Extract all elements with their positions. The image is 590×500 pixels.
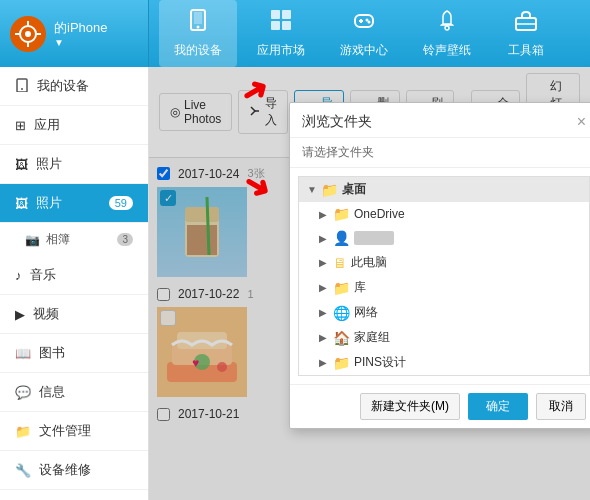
tree-arrow-this-pc: ▶: [319, 257, 329, 268]
sidebar-video-label: 视频: [33, 305, 59, 323]
sidebar-music-label: 音乐: [30, 266, 56, 284]
albums-badge: 3: [117, 233, 133, 246]
sidebar-item-device-repair[interactable]: 🔧 设备维修: [0, 451, 148, 490]
tree-item-homegroup[interactable]: ▶ 🏠 家庭组: [299, 325, 589, 350]
device-icon: [15, 78, 29, 95]
tab-app-store[interactable]: 应用市场: [242, 0, 320, 67]
tree-item-onedrive[interactable]: ▶ 📁 OneDrive: [299, 202, 589, 226]
app-store-icon: [269, 8, 293, 38]
sidebar-device-repair-label: 设备维修: [39, 461, 91, 479]
logo-area[interactable]: 的iPhone ▼: [0, 0, 149, 67]
tab-toolbox[interactable]: 工具箱: [491, 0, 561, 67]
tree-label-blurred1: [354, 231, 394, 245]
sidebar-item-albums[interactable]: 📷 相簿 3: [0, 223, 148, 256]
books-icon: 📖: [15, 346, 31, 361]
nav-tabs: 我的设备 应用市场: [149, 0, 590, 67]
toolbox-icon: [514, 8, 538, 38]
device-repair-icon: 🔧: [15, 463, 31, 478]
albums-icon: 📷: [25, 233, 40, 247]
cancel-button[interactable]: 取消: [536, 393, 586, 420]
tree-item-blurred1[interactable]: ▶ 👤: [299, 226, 589, 250]
dialog-tree[interactable]: ▼ 📁 桌面 ▶ 📁 OneDrive ▶ 👤 ▶: [298, 176, 590, 376]
tree-item-desktop[interactable]: ▼ 📁 桌面: [299, 177, 589, 202]
tab-my-device[interactable]: 我的设备: [159, 0, 237, 67]
sidebar-books-label: 图书: [39, 344, 65, 362]
sidebar-item-apps[interactable]: ⊞ 应用: [0, 106, 148, 145]
tree-folder-icon-this-pc: 🖥: [333, 255, 347, 271]
tree-item-pins[interactable]: ▶ 📁 PINS设计: [299, 350, 589, 375]
sidebar-item-messages[interactable]: 💬 信息: [0, 373, 148, 412]
file-manager-icon: 📁: [15, 424, 31, 439]
my-device-icon: [186, 8, 210, 38]
dialog-subtitle: 请选择文件夹: [290, 138, 590, 168]
tree-arrow-homegroup: ▶: [319, 332, 329, 343]
tab-toolbox-label: 工具箱: [508, 42, 544, 59]
sidebar-item-video[interactable]: ▶ 视频: [0, 295, 148, 334]
new-folder-button[interactable]: 新建文件夹(M): [360, 393, 460, 420]
music-icon: ♪: [15, 268, 22, 283]
svg-rect-13: [282, 21, 291, 30]
top-bar: 的iPhone ▼ 我的设备: [0, 0, 590, 67]
tree-folder-icon-library: 📁: [333, 280, 350, 296]
confirm-button[interactable]: 确定: [468, 393, 528, 420]
tree-folder-icon-homegroup: 🏠: [333, 330, 350, 346]
tree-label-this-pc: 此电脑: [351, 254, 387, 271]
tree-folder-icon-blurred1: 👤: [333, 230, 350, 246]
svg-point-9: [197, 26, 200, 29]
tab-ringtones[interactable]: 铃声壁纸: [408, 0, 486, 67]
tree-label-network: 网络: [354, 304, 378, 321]
video-icon: ▶: [15, 307, 25, 322]
sidebar-photos-label: 照片: [36, 194, 62, 212]
messages-icon: 💬: [15, 385, 31, 400]
tree-label-onedrive: OneDrive: [354, 207, 405, 221]
dialog-title-text: 浏览文件夹: [302, 113, 372, 131]
tree-arrow-desktop: ▼: [307, 184, 317, 195]
tree-label-pins: PINS设计: [354, 354, 406, 371]
ringtones-icon: [435, 8, 459, 38]
sidebar-apps-label: 应用: [34, 116, 60, 134]
sidebar-file-manager-label: 文件管理: [39, 422, 91, 440]
tree-item-library[interactable]: ▶ 📁 库: [299, 275, 589, 300]
sidebar-item-my-device[interactable]: 我的设备: [0, 67, 148, 106]
sidebar-item-books[interactable]: 📖 图书: [0, 334, 148, 373]
tree-item-network[interactable]: ▶ 🌐 网络: [299, 300, 589, 325]
tree-arrow-network: ▶: [319, 307, 329, 318]
tree-folder-icon-desktop: 📁: [321, 182, 338, 198]
browse-folder-dialog: 浏览文件夹 × 请选择文件夹 ▼ 📁 桌面 ▶ 📁 OneDrive ▶: [289, 102, 590, 429]
tree-arrow-blurred1: ▶: [319, 233, 329, 244]
sidebar-my-device-label: 我的设备: [37, 77, 89, 95]
tree-item-tools[interactable]: 📁 tools: [299, 375, 589, 376]
sidebar-item-photos[interactable]: 🖼 照片 59: [0, 184, 148, 223]
main-layout: 我的设备 ⊞ 应用 🖼 照片 🖼 照片 59 📷 相簿 3 ♪ 音乐 ▶ 视频: [0, 67, 590, 500]
tab-my-device-label: 我的设备: [174, 42, 222, 59]
sidebar-albums-label: 相簿: [46, 231, 70, 248]
device-label: 的iPhone: [54, 19, 107, 37]
tree-label-homegroup: 家庭组: [354, 329, 390, 346]
footer-buttons: 新建文件夹(M) 确定 取消: [360, 393, 586, 420]
sidebar-item-file-manager[interactable]: 📁 文件管理: [0, 412, 148, 451]
dialog-close-button[interactable]: ×: [577, 114, 586, 130]
svg-point-2: [25, 31, 31, 37]
sidebar-item-photos-top[interactable]: 🖼 照片: [0, 145, 148, 184]
sidebar-item-device-recycle[interactable]: ♻ 设备回收: [0, 490, 148, 500]
svg-point-18: [368, 21, 371, 24]
content-area: ◎ Live Photos 导入 导出: [149, 67, 590, 500]
tree-item-this-pc[interactable]: ▶ 🖥 此电脑: [299, 250, 589, 275]
tree-label-desktop: 桌面: [342, 181, 366, 198]
sidebar: 我的设备 ⊞ 应用 🖼 照片 🖼 照片 59 📷 相簿 3 ♪ 音乐 ▶ 视频: [0, 67, 149, 500]
apps-sidebar-icon: ⊞: [15, 118, 26, 133]
photos-sidebar-icon-top: 🖼: [15, 157, 28, 172]
svg-rect-12: [271, 21, 280, 30]
tab-game-center[interactable]: 游戏中心: [325, 0, 403, 67]
svg-rect-11: [282, 10, 291, 19]
dialog-footer: 新建文件夹(M) 确定 取消: [290, 384, 590, 428]
tab-ringtones-label: 铃声壁纸: [423, 42, 471, 59]
tree-arrow-onedrive: ▶: [319, 209, 329, 220]
photos-badge: 59: [109, 196, 133, 210]
svg-rect-8: [194, 12, 202, 24]
svg-point-23: [21, 88, 23, 90]
sidebar-photos-top-label: 照片: [36, 155, 62, 173]
sidebar-item-music[interactable]: ♪ 音乐: [0, 256, 148, 295]
app-logo: [10, 16, 46, 52]
game-center-icon: [352, 8, 376, 38]
